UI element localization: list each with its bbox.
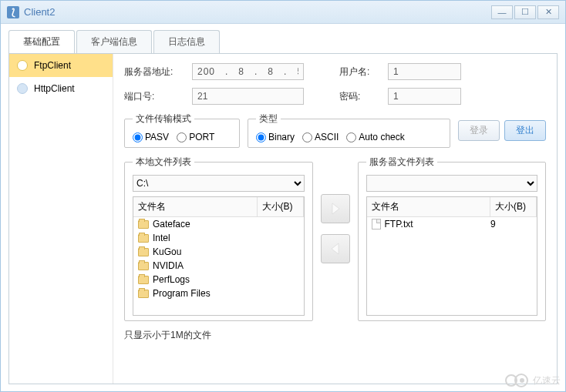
radio-ascii[interactable]: ASCII [302,132,339,142]
remote-list: 文件名 大小(B) FTP.txt9 [366,196,538,316]
local-path-select[interactable]: C:\ [133,175,305,192]
server-input[interactable] [192,63,304,80]
folder-icon [138,248,149,256]
pass-label: 密码: [339,90,382,103]
remote-legend: 服务器文件列表 [366,156,437,169]
list-item[interactable]: Intel [133,231,304,245]
list-item[interactable]: KuGou [133,245,304,259]
remote-path-select[interactable] [366,175,538,192]
server-label: 服务器地址: [124,65,186,79]
list-item[interactable]: Gateface [133,217,304,231]
pass-input[interactable] [388,88,461,105]
user-label: 用户名: [339,65,382,79]
login-button[interactable]: 登录 [458,120,500,141]
type-legend: 类型 [256,112,281,126]
folder-icon [138,290,149,298]
radio-port[interactable]: PORT [177,132,214,142]
remote-col-size: 大小(B) [490,197,537,216]
port-label: 端口号: [124,90,186,103]
tab-log-info[interactable]: 日志信息 [153,30,220,53]
chevron-left-icon [328,241,343,256]
chevron-right-icon [328,201,343,216]
list-item[interactable]: FTP.txt9 [367,217,537,231]
user-input[interactable] [388,63,461,80]
local-col-size: 大小(B) [258,197,304,216]
tab-client-info[interactable]: 客户端信息 [76,30,152,53]
list-item[interactable]: PerfLogs [133,273,304,286]
window-title: Client2 [24,6,491,18]
folder-icon [138,262,149,270]
sidebar-item-label: HttpClient [34,83,75,94]
titlebar: ⟅ Client2 — ☐ ✕ [1,1,565,24]
minimize-button[interactable]: — [491,5,513,19]
radio-autocheck[interactable]: Auto check [346,132,404,142]
main-panel: 服务器地址: 用户名: 端口号: 密码: 文件传输模式 [113,54,557,384]
dot-icon [17,60,28,71]
radio-binary[interactable]: Binary [256,132,295,142]
logout-button[interactable]: 登出 [504,120,546,141]
dot-icon [17,83,28,94]
remote-col-name: 文件名 [367,197,491,216]
tab-basic-config[interactable]: 基础配置 [8,30,75,53]
port-input[interactable] [192,88,304,105]
sidebar: FtpClient HttpClient [9,54,113,384]
remote-file-list-group: 服务器文件列表 文件名 大小(B) FTP.txt9 [358,156,547,321]
transfer-mode-group: 文件传输模式 PASV PORT [124,112,240,148]
local-legend: 本地文件列表 [133,156,194,169]
list-item[interactable]: NVIDIA [133,259,304,273]
tab-bar: 基础配置 客户端信息 日志信息 [8,30,558,53]
file-icon [372,219,381,230]
maximize-button[interactable]: ☐ [514,5,536,19]
sidebar-item-httpclient[interactable]: HttpClient [9,77,113,100]
local-col-name: 文件名 [133,197,258,216]
folder-icon [138,276,149,284]
remote-list-body[interactable]: FTP.txt9 [367,217,537,316]
list-item[interactable]: Program Files [133,286,304,300]
type-group: 类型 Binary ASCII Auto check [248,112,450,148]
local-list-body[interactable]: GatefaceIntelKuGouNVIDIAPerfLogsProgram … [133,217,304,316]
radio-pasv[interactable]: PASV [133,132,169,142]
app-window: ⟅ Client2 — ☐ ✕ 基础配置 客户端信息 日志信息 FtpClien… [0,0,566,392]
sidebar-item-label: FtpClient [34,60,71,71]
sidebar-item-ftpclient[interactable]: FtpClient [9,54,113,77]
close-button[interactable]: ✕ [537,5,559,19]
folder-icon [138,220,149,229]
app-icon: ⟅ [7,6,19,18]
footer-note: 只显示小于1M的文件 [124,329,546,342]
folder-icon [138,234,149,243]
download-button[interactable] [321,234,350,263]
transfer-mode-legend: 文件传输模式 [133,112,194,126]
local-list: 文件名 大小(B) GatefaceIntelKuGouNVIDIAPerfLo… [133,196,305,316]
upload-button[interactable] [321,194,350,223]
local-file-list-group: 本地文件列表 C:\ 文件名 大小(B) GatefaceIntelKuGouN… [124,156,313,321]
